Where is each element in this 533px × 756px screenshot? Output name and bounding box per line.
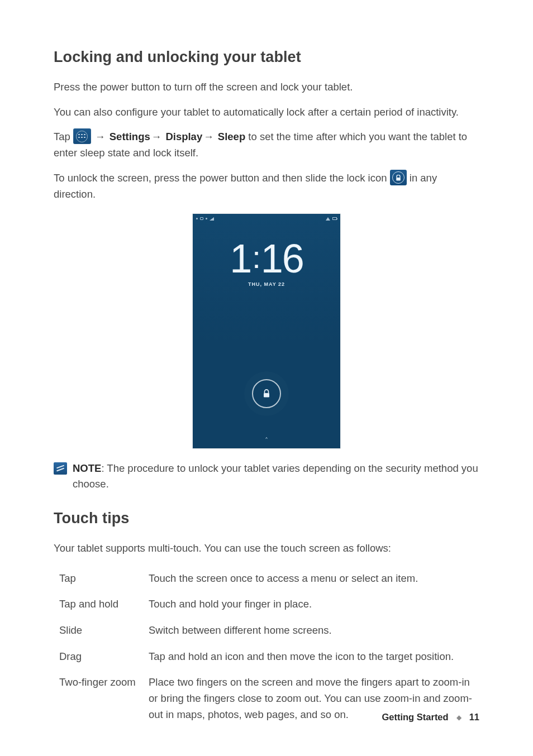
status-dot-icon [206, 218, 207, 219]
note-block: NOTE: The procedure to unlock your table… [54, 461, 479, 492]
para-unlock: To unlock the screen, press the power bu… [54, 170, 479, 203]
touch-desc: Touch the screen once to access a menu o… [149, 566, 485, 592]
text: : The procedure to unlock your tablet va… [73, 462, 478, 490]
lockscreen-date: THU, MAY 22 [193, 281, 340, 289]
svg-rect-1 [264, 393, 269, 398]
manual-page: Locking and unlocking your tablet Press … [0, 0, 533, 756]
status-card-icon [200, 217, 203, 220]
clock-minute: 16 [261, 236, 303, 281]
table-row: Slide Switch between different home scre… [59, 618, 485, 644]
lockscreen-figure: 1:16 THU, MAY 22 ˄ [54, 214, 479, 448]
lockscreen-clock: 1:16 [193, 238, 340, 279]
chevron-up-icon: ˄ [265, 436, 268, 446]
note-icon [54, 462, 67, 475]
lock-slider-icon [252, 379, 281, 408]
touch-desc: Switch between different home screens. [149, 618, 485, 644]
heading-touch-tips: Touch tips [54, 507, 479, 530]
diamond-icon: ◆ [456, 712, 461, 723]
apps-icon [73, 128, 91, 144]
table-row: Tap Touch the screen once to access a me… [59, 566, 485, 592]
nav-settings: Settings [110, 131, 150, 142]
lockscreen: 1:16 THU, MAY 22 ˄ [193, 214, 340, 448]
touch-table: Tap Touch the screen once to access a me… [59, 566, 485, 728]
note-label: NOTE [73, 462, 101, 474]
status-dot-icon [196, 218, 198, 219]
para-power-button: Press the power button to turn off the s… [54, 79, 479, 95]
arrow-icon: → [150, 131, 163, 142]
table-row: Tap and hold Touch and hold your finger … [59, 591, 485, 618]
touch-term: Drag [59, 644, 149, 670]
touch-term: Slide [59, 618, 149, 644]
arrow-icon: → [94, 131, 107, 142]
touch-intro: Your tablet supports multi-touch. You ca… [54, 540, 479, 557]
touch-desc: Touch and hold your finger in place. [149, 591, 485, 618]
status-bar [193, 214, 340, 223]
footer-page-number: 11 [469, 710, 479, 725]
touch-term: Tap [59, 566, 149, 592]
text: To unlock the screen, press the power bu… [54, 172, 390, 184]
clock-hour: 1 [230, 236, 251, 281]
battery-icon [332, 217, 337, 220]
svg-rect-0 [396, 178, 401, 180]
touch-desc: Tap and hold an icon and then move the i… [149, 644, 485, 670]
touch-term: Tap and hold [59, 591, 149, 618]
lock-icon [390, 170, 407, 185]
arrow-icon: → [202, 131, 215, 142]
touch-term: Two-finger zoom [59, 669, 149, 728]
page-footer: Getting Started ◆ 11 [382, 710, 479, 725]
wifi-icon [326, 217, 330, 221]
note-text: NOTE: The procedure to unlock your table… [73, 461, 479, 492]
text: Tap [54, 131, 73, 142]
status-signal-icon [210, 217, 214, 221]
footer-chapter: Getting Started [382, 710, 448, 725]
nav-display: Display [165, 131, 202, 142]
heading-locking: Locking and unlocking your tablet [54, 46, 479, 69]
para-sleep-path: Tap → Settings→ Display→ Sleep to set th… [54, 129, 479, 161]
para-auto-lock: You can also configure your tablet to au… [54, 104, 479, 121]
table-row: Drag Tap and hold an icon and then move … [59, 644, 485, 670]
nav-sleep: Sleep [218, 131, 245, 142]
